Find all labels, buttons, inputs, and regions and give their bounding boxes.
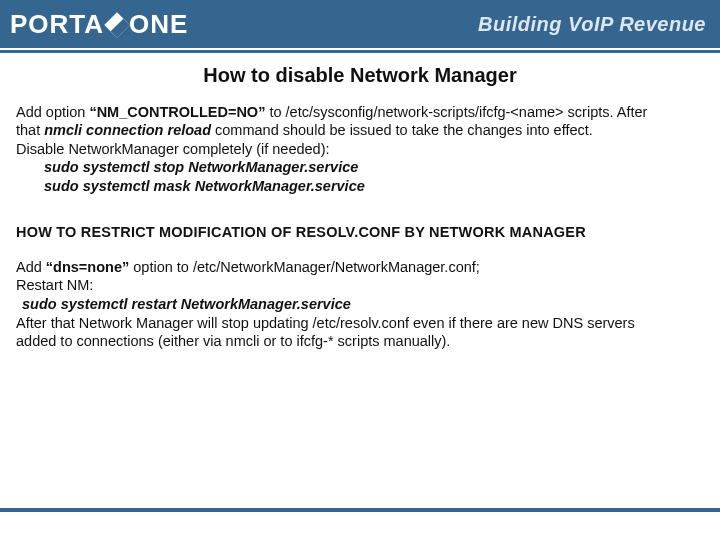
option-nmcontrolled: “NM_CONTROLLED=NO” <box>89 104 265 120</box>
cmd-nmcli-reload: nmcli connection reload <box>44 122 211 138</box>
slide-title: How to disable Network Manager <box>16 63 704 89</box>
footer-rule <box>0 508 720 512</box>
paragraph-2-line-1: Add “dns=none” option to /etc/NetworkMan… <box>16 258 704 277</box>
option-dns-none: “dns=none” <box>46 259 129 275</box>
cmd-restart-nm: sudo systemctl restart NetworkManager.se… <box>16 295 704 314</box>
subheading-resolvconf: HOW TO RESTRICT MODIFICATION OF RESOLV.C… <box>16 223 704 242</box>
slide-content: How to disable Network Manager Add optio… <box>0 53 720 351</box>
text: to /etc/sysconfig/network-scripts/ifcfg-… <box>265 104 647 120</box>
cmd-mask-nm: sudo systemctl mask NetworkManager.servi… <box>16 177 704 196</box>
paragraph-2-line-4: added to connections (either via nmcli o… <box>16 332 704 351</box>
brand-text-right: ONE <box>129 9 188 40</box>
cmd-stop-nm: sudo systemctl stop NetworkManager.servi… <box>16 158 704 177</box>
brand-text-left: PORTA <box>10 9 104 40</box>
paragraph-1-line-1: Add option “NM_CONTROLLED=NO” to /etc/sy… <box>16 103 704 122</box>
slide-header: PORTA ONE Building VoIP Revenue <box>0 0 720 48</box>
text: Add <box>16 259 46 275</box>
text: Add option <box>16 104 89 120</box>
text: that <box>16 122 44 138</box>
paragraph-1-line-3: Disable NetworkManager completely (if ne… <box>16 140 704 159</box>
brand-logo: PORTA ONE <box>10 9 188 40</box>
text: option to /etc/NetworkManager/NetworkMan… <box>129 259 480 275</box>
paragraph-2-line-3: After that Network Manager will stop upd… <box>16 314 704 333</box>
text: command should be issued to take the cha… <box>211 122 593 138</box>
paragraph-1-line-2: that nmcli connection reload command sho… <box>16 121 704 140</box>
paragraph-2-line-2: Restart NM: <box>16 276 704 295</box>
tagline: Building VoIP Revenue <box>478 13 706 36</box>
brand-square-icon <box>104 12 129 37</box>
